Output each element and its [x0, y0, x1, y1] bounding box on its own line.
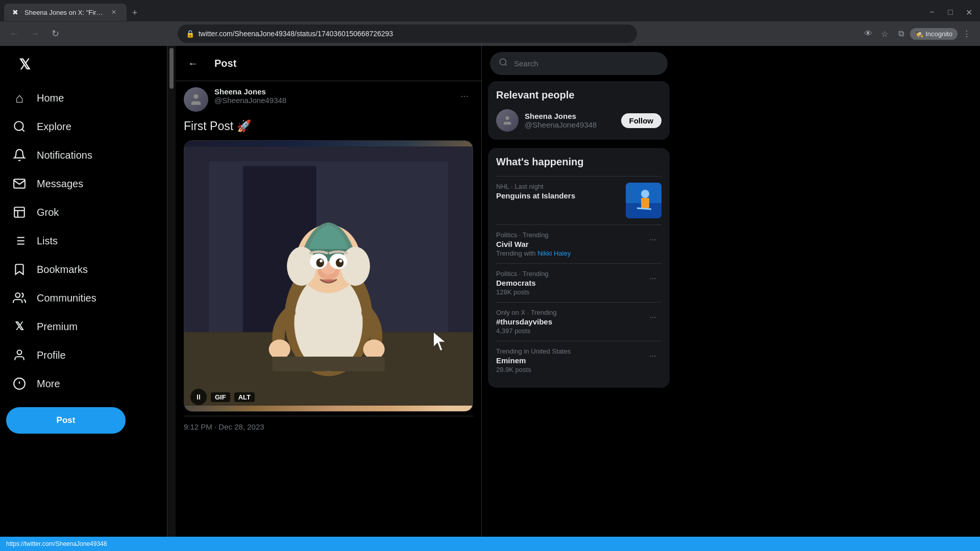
svg-rect-2	[14, 207, 24, 217]
notifications-icon	[12, 148, 27, 162]
sidebar-item-communities[interactable]: Communities	[6, 285, 103, 311]
svg-point-12	[17, 350, 22, 355]
trending-democrats-more-button[interactable]: ···	[644, 270, 662, 287]
new-tab-button[interactable]: +	[128, 6, 142, 20]
sidebar-item-messages[interactable]: Messages	[6, 170, 89, 197]
svg-point-0	[14, 121, 23, 130]
premium-icon: 𝕏	[12, 319, 27, 334]
split-screen-icon[interactable]: ⧉	[894, 27, 908, 41]
media-svg	[184, 141, 473, 411]
search-icon	[499, 58, 508, 69]
trending-eminem-more-button[interactable]: ···	[644, 347, 662, 365]
home-icon: ⌂	[12, 91, 27, 105]
trending-civilwar-link[interactable]: Nikki Haley	[537, 249, 571, 257]
sidebar-item-label-messages: Messages	[37, 178, 83, 190]
sidebar-item-premium[interactable]: 𝕏 Premium	[6, 313, 84, 340]
back-nav-button[interactable]: ←	[6, 26, 22, 42]
tweet-author-row: Sheena Jones @SheenaJone49348 ···	[184, 87, 473, 112]
trending-eminem-row: Trending in United States Eminem 28.9K p…	[496, 347, 662, 373]
relevant-person-name[interactable]: Sheena Jones	[525, 112, 615, 120]
sidebar-item-label-grok: Grok	[37, 207, 59, 218]
sidebar-item-label-communities: Communities	[37, 292, 96, 304]
minimize-button[interactable]: −	[925, 5, 939, 19]
back-button[interactable]: ←	[184, 54, 202, 72]
trending-democrats-meta: Politics · Trending	[496, 270, 549, 278]
tweet-media-image[interactable]	[184, 141, 473, 411]
address-bar[interactable]: 🔒 twitter.com/SheenaJone49348/status/174…	[178, 24, 637, 43]
media-gif-tag[interactable]: GIF	[211, 392, 230, 402]
maximize-button[interactable]: □	[943, 5, 958, 19]
browser-menu-button[interactable]: ⋮	[960, 27, 974, 41]
trending-eminem-keyword: Eminem	[496, 356, 571, 365]
relevant-person-info: Sheena Jones @SheenaJone49348	[525, 112, 615, 129]
sidebar-item-grok[interactable]: Grok	[6, 199, 65, 226]
tweet-author-name[interactable]: Sheena Jones	[214, 87, 450, 96]
sidebar-item-explore[interactable]: Explore	[6, 113, 78, 140]
svg-point-36	[269, 340, 290, 359]
trending-item-eminem[interactable]: Trending in United States Eminem 28.9K p…	[496, 341, 662, 380]
refresh-button[interactable]: ↻	[47, 26, 63, 42]
sidebar-item-notifications[interactable]: Notifications	[6, 142, 99, 168]
close-button[interactable]: ✕	[962, 5, 976, 19]
trending-item-democrats[interactable]: Politics · Trending Democrats 128K posts…	[496, 263, 662, 302]
trending-civilwar-more-button[interactable]: ···	[644, 231, 662, 248]
more-icon	[12, 377, 27, 391]
trending-thursdayvibes-meta: Only on X · Trending	[496, 309, 557, 316]
forward-nav-button[interactable]: →	[27, 26, 43, 42]
status-bar: https://twitter.com/SheenaJone49348	[0, 537, 980, 551]
search-input[interactable]	[514, 59, 659, 68]
whats-happening-section: What's happening NHL · Last night Pengui…	[488, 148, 670, 388]
sidebar-item-label-lists: Lists	[37, 235, 58, 247]
media-pause-button[interactable]: ⏸	[190, 389, 207, 405]
trending-nhl-meta: NHL · Last night	[496, 183, 620, 190]
relevant-person-avatar[interactable]	[496, 109, 519, 132]
svg-point-35	[339, 260, 342, 263]
follow-button[interactable]: Follow	[621, 113, 662, 128]
tweet-text: First Post 🚀	[184, 118, 473, 134]
relevant-person: Sheena Jones @SheenaJone49348 Follow	[496, 109, 662, 132]
trending-item-nhl[interactable]: NHL · Last night Penguins at Islanders	[496, 176, 662, 224]
trending-thursdayvibes-more-button[interactable]: ···	[644, 309, 662, 326]
svg-point-44	[641, 190, 649, 198]
browser-tab-active[interactable]: ✖ Sheena Jones on X: "First Post... ✕	[4, 4, 127, 21]
scroll-track[interactable]	[167, 46, 176, 537]
trending-nhl-row: NHL · Last night Penguins at Islanders	[496, 183, 662, 218]
tab-close-button[interactable]: ✕	[109, 8, 118, 17]
incognito-badge: 🕵 Incognito	[910, 28, 958, 40]
media-alt-tag[interactable]: ALT	[234, 392, 255, 402]
tweet-media: ⏸ GIF ALT	[184, 140, 473, 412]
relevant-person-handle[interactable]: @SheenaJone49348	[525, 120, 615, 129]
trending-nhl-keyword: Penguins at Islanders	[496, 191, 620, 200]
svg-point-16	[193, 94, 198, 99]
lists-icon	[12, 234, 27, 248]
avatar-image	[184, 87, 208, 112]
sidebar-item-bookmarks[interactable]: Bookmarks	[6, 256, 94, 283]
post-page-header: ← Post	[176, 46, 481, 81]
sidebar-item-home[interactable]: ⌂ Home	[6, 85, 70, 111]
x-logo[interactable]: 𝕏	[12, 52, 37, 77]
browser-chrome: ✖ Sheena Jones on X: "First Post... ✕ + …	[0, 0, 980, 46]
right-sidebar: Relevant people Sheena Jones @SheenaJone…	[482, 46, 676, 537]
tweet-author-handle[interactable]: @SheenaJone49348	[214, 96, 450, 105]
bookmark-star-icon[interactable]: ☆	[877, 27, 892, 41]
left-sidebar: 𝕏 ⌂ Home Explore Notifications Messages	[0, 46, 167, 537]
url-text: twitter.com/SheenaJone49348/status/17403…	[199, 30, 393, 38]
media-controls: ⏸ GIF ALT	[190, 389, 255, 405]
post-button[interactable]: Post	[6, 407, 126, 434]
sidebar-item-more[interactable]: More	[6, 370, 66, 397]
svg-point-11	[15, 293, 20, 297]
trending-democrats-text: Politics · Trending Democrats 128K posts	[496, 270, 549, 296]
svg-line-40	[505, 64, 506, 65]
logo-area: 𝕏	[6, 46, 161, 83]
scroll-thumb	[169, 48, 174, 89]
trending-item-civilwar[interactable]: Politics · Trending Civil War Trending w…	[496, 224, 662, 263]
sidebar-item-profile[interactable]: Profile	[6, 342, 72, 368]
tweet-author-avatar[interactable]	[184, 87, 208, 112]
tweet-more-button[interactable]: ···	[456, 87, 473, 105]
trending-item-thursdayvibes[interactable]: Only on X · Trending #thursdayvibes 4,39…	[496, 302, 662, 341]
incognito-icon: 🕵	[915, 30, 923, 38]
browser-titlebar: ✖ Sheena Jones on X: "First Post... ✕ + …	[0, 0, 980, 21]
sidebar-item-lists[interactable]: Lists	[6, 228, 64, 254]
incognito-label: Incognito	[925, 30, 952, 38]
trending-eminem-meta: Trending in United States	[496, 347, 571, 355]
